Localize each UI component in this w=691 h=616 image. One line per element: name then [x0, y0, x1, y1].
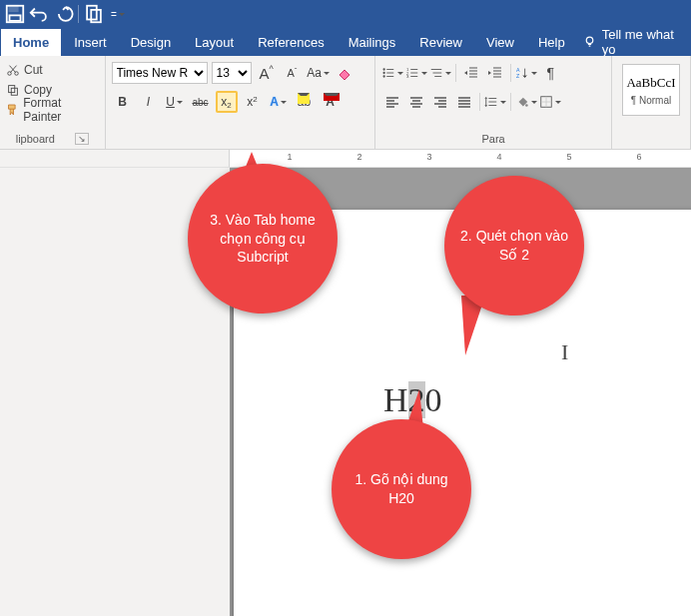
italic-button[interactable]: I [138, 91, 160, 113]
subscript-button[interactable]: x2 [216, 91, 238, 113]
callout-step-2: 2. Quét chọn vào Số 2 [444, 176, 584, 315]
numbering-icon: 123 [405, 65, 419, 81]
font-size-select[interactable]: 13 [212, 62, 252, 84]
save-icon[interactable] [4, 3, 26, 25]
borders-button[interactable] [539, 91, 561, 113]
bold-button[interactable]: B [112, 91, 134, 113]
ribbon: Cut Copy Format Painter lipboard ↘ Times… [0, 56, 691, 150]
font-name-select[interactable]: Times New R [112, 62, 208, 84]
show-marks-button[interactable]: ¶ [539, 62, 561, 84]
tab-view[interactable]: View [474, 28, 526, 56]
eraser-icon [337, 65, 352, 81]
clipboard-group: Cut Copy Format Painter [6, 60, 99, 131]
redo-icon[interactable] [52, 3, 74, 25]
change-case-button[interactable]: Aa [308, 62, 330, 84]
callout-step-3: 3. Vào Tab home chọn công cụ Subcript [188, 164, 338, 313]
cut-button[interactable]: Cut [6, 60, 99, 80]
align-center-button[interactable] [405, 91, 427, 113]
underline-button[interactable]: U [164, 91, 186, 113]
align-left-icon [384, 94, 400, 110]
clear-formatting-button[interactable] [334, 62, 355, 84]
style-normal[interactable]: AaBbCcI ¶ Normal [622, 64, 680, 116]
font-color-button[interactable]: A [320, 91, 342, 113]
strikethrough-button[interactable]: abc [190, 91, 212, 113]
tab-home[interactable]: Home [0, 28, 62, 56]
svg-rect-1 [10, 6, 18, 12]
paragraph-group: 123 AZ ¶ [381, 60, 605, 131]
svg-point-18 [525, 104, 528, 107]
indent-icon [487, 65, 503, 81]
font-group: Times New R 13 A^ Aˇ Aa B I U abc x2 x2 [112, 60, 369, 131]
tab-help[interactable]: Help [526, 28, 577, 56]
svg-text:3: 3 [406, 74, 409, 79]
styles-group: AaBbCcI ¶ Normal [618, 60, 684, 131]
svg-text:Z: Z [516, 73, 520, 79]
multilevel-list-button[interactable] [429, 62, 451, 84]
numbering-button[interactable]: 123 [405, 62, 427, 84]
justify-button[interactable] [453, 91, 475, 113]
align-center-icon [408, 94, 424, 110]
shrink-font-button[interactable]: Aˇ [282, 62, 304, 84]
svg-point-11 [383, 72, 385, 74]
line-spacing-icon [484, 94, 498, 110]
bullets-button[interactable] [381, 62, 403, 84]
lightbulb-icon [583, 35, 596, 49]
multilevel-icon [429, 65, 443, 81]
tab-references[interactable]: References [246, 28, 336, 56]
highlight-button[interactable]: ab [294, 91, 316, 113]
tell-me-label: Tell me what yo [602, 27, 685, 57]
shading-button[interactable] [515, 91, 537, 113]
increase-indent-button[interactable] [484, 62, 506, 84]
tell-me-search[interactable]: Tell me what yo [577, 28, 691, 56]
clipboard-launcher-icon[interactable]: ↘ [75, 133, 89, 145]
align-right-icon [432, 94, 448, 110]
undo-icon[interactable] [28, 3, 50, 25]
grow-font-button[interactable]: A^ [256, 62, 278, 84]
decrease-indent-button[interactable] [460, 62, 482, 84]
horizontal-ruler: 1 2 3 4 5 6 [0, 150, 691, 168]
svg-point-10 [383, 68, 385, 70]
align-left-button[interactable] [381, 91, 403, 113]
qat-customize-icon[interactable]: = [107, 3, 129, 25]
format-painter-button[interactable]: Format Painter [6, 100, 99, 120]
paragraph-group-label: Para [481, 133, 504, 145]
line-spacing-button[interactable] [484, 91, 506, 113]
justify-icon [456, 94, 472, 110]
svg-rect-2 [10, 15, 21, 21]
sort-icon: AZ [515, 65, 529, 81]
bucket-icon [515, 94, 529, 110]
paintbrush-icon [6, 103, 19, 117]
svg-point-12 [383, 75, 385, 77]
scissors-icon [6, 63, 20, 77]
svg-text:A: A [516, 67, 520, 73]
align-right-button[interactable] [429, 91, 451, 113]
sort-button[interactable]: AZ [515, 62, 537, 84]
tab-insert[interactable]: Insert [62, 28, 119, 56]
borders-icon [539, 94, 553, 110]
text-cursor-icon: I [561, 339, 568, 365]
tab-layout[interactable]: Layout [183, 28, 246, 56]
superscript-button[interactable]: x2 [242, 91, 264, 113]
callout-step-1: 1. Gõ nội dung H20 [332, 419, 471, 559]
touch-mode-icon[interactable] [83, 3, 105, 25]
clipboard-group-label: lipboard [16, 133, 55, 145]
quick-access-toolbar: = [0, 0, 691, 28]
tab-review[interactable]: Review [407, 28, 474, 56]
bullets-icon [381, 65, 395, 81]
outdent-icon [463, 65, 479, 81]
text-effects-button[interactable]: A [268, 91, 290, 113]
tab-mailings[interactable]: Mailings [337, 28, 408, 56]
ribbon-tab-bar: Home Insert Design Layout References Mai… [0, 28, 691, 56]
svg-point-5 [586, 37, 593, 44]
copy-icon [6, 83, 20, 97]
tab-design[interactable]: Design [119, 28, 183, 56]
